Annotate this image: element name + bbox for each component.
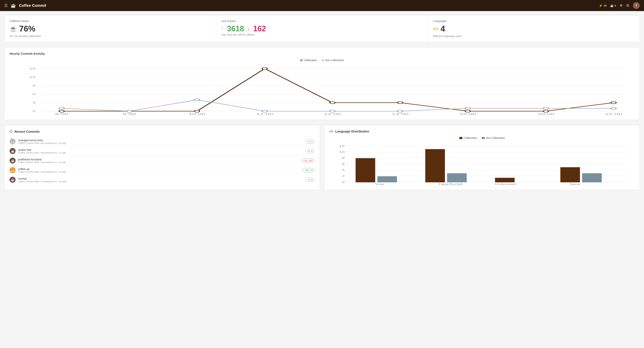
header-coffee-icon: ☕	[11, 3, 16, 8]
commit-meta-4: Coffee-Tracker-Web • thomasberrens • 1d …	[18, 180, 66, 183]
bar-ts-caff	[425, 149, 445, 182]
cup-count: 4	[614, 4, 616, 7]
languages-value-row: <> 4	[433, 24, 634, 34]
commits-icon: ⬡	[10, 130, 12, 133]
hourly-chart-container: 15 12 9 6 3 0 8:00 9:00 10:00 11:00 12:0…	[10, 64, 634, 116]
svg-text:12: 12	[29, 76, 36, 78]
cup-badge: ☕ 4	[610, 4, 616, 7]
commit-info-1: anoter test Coffee-Tracker-Web • thomasb…	[18, 148, 66, 154]
svg-text:Vue: Vue	[375, 183, 384, 186]
non-caff-dot-7	[543, 107, 548, 110]
menu-icon[interactable]: ☰	[4, 3, 8, 8]
non-caff-dot-6	[465, 107, 470, 110]
svg-text:0: 0	[32, 110, 36, 112]
line-values-row: ↑ 3618 ↓ 162	[221, 24, 422, 33]
non-caff-dot-5	[398, 110, 403, 112]
bar-ts-non-caff	[447, 173, 466, 182]
line-added: 3618	[227, 24, 244, 33]
commit-badge-1: +1 -0	[306, 149, 314, 153]
languages-value: 4	[440, 24, 445, 34]
non-caff-dot-0	[59, 107, 64, 110]
bar-vue-non-caff	[377, 176, 397, 182]
languages-label: Languages	[433, 20, 634, 22]
lang-legend-non-caff-label: Non-Caffeinated	[486, 136, 504, 140]
svg-text:Java: Java	[569, 183, 580, 186]
svg-text:3: 3	[32, 102, 36, 104]
svg-text:9: 9	[32, 84, 36, 87]
svg-text:13:00: 13:00	[392, 112, 408, 116]
non-caff-dot-4	[330, 110, 335, 112]
svg-text:11:00: 11:00	[256, 112, 273, 116]
svg-text:TypeScript: TypeScript	[438, 183, 463, 186]
caff-dot-5	[398, 102, 403, 104]
line-impact-card: Line Impact ↑ 3618 ↓ 162 Avg. lines per …	[216, 16, 428, 42]
commit-name-0: changed some texts	[18, 139, 66, 142]
commit-info-4: normal Coffee-Tracker-Web • thomasberren…	[18, 177, 66, 183]
caffeine-value-row: ☕ 76%	[10, 24, 211, 34]
settings-icon[interactable]: ⚙	[626, 3, 630, 8]
svg-text:12:00: 12:00	[324, 112, 341, 116]
lang-title-text: Language Distribution	[336, 130, 369, 133]
app-title: Coffee Commit	[19, 4, 46, 8]
commit-info-3: coffee up Coffee-Tracker-Web • thomasber…	[18, 168, 66, 173]
non-caffeinated-line	[62, 100, 614, 111]
header-right: ⚡ 26 ☕ 4 ❄ ⚙ T	[599, 2, 640, 9]
commit-avatar-4: ☕	[10, 177, 16, 183]
commit-info-0: changed some texts Coffee-Tracker-Web • …	[18, 139, 66, 144]
caff-dot-0	[59, 110, 64, 112]
commit-avatar-3: ☕	[10, 167, 16, 173]
lang-legend: Caffeinated Non-Caffeinated	[330, 136, 634, 140]
commits-title: ⬡ Recent Commits	[10, 130, 314, 133]
lang-legend-caffeinated: Caffeinated	[459, 136, 476, 140]
commit-left-3: ☕ coffee up Coffee-Tracker-Web • thomasb…	[10, 167, 66, 173]
languages-sub: Different languages used	[433, 35, 634, 38]
cup-icon: ☕	[610, 4, 614, 7]
lang-legend-caff-label: Caffeinated	[464, 136, 476, 140]
caff-dot-3	[262, 68, 267, 70]
stats-row: Caffeine Impact ☕ 76% 26 / 34 commits ca…	[4, 15, 640, 42]
snowflake-icon[interactable]: ❄	[620, 3, 623, 8]
coin-count: 26	[604, 4, 606, 7]
legend-non-caffeinated: Non-Caffeinated	[322, 59, 344, 62]
svg-text:6: 6	[342, 162, 345, 165]
svg-text:10:00: 10:00	[188, 112, 205, 116]
line-label: Line Impact	[221, 20, 422, 22]
lang-legend-non-caffeinated: Non-Caffeinated	[482, 136, 504, 140]
commit-name-3: coffee up	[18, 168, 66, 170]
commit-badge-0: +1 -1	[306, 139, 314, 144]
commit-row-1: ☕ anoter test Coffee-Tracker-Web • thoma…	[10, 146, 314, 156]
commit-name-1: anoter test	[18, 148, 66, 152]
svg-text:20:00: 20:00	[538, 112, 554, 116]
commit-row-4: ☕ normal Coffee-Tracker-Web • thomasberr…	[10, 175, 314, 184]
commit-name-2: published functions	[18, 158, 66, 161]
legend-caffeinated-label: Caffeinated	[304, 59, 317, 62]
bar-chart-svg: 12 10 8 6 4 2 0 Vue	[330, 143, 634, 186]
commit-left-1: ☕ anoter test Coffee-Tracker-Web • thoma…	[10, 148, 66, 154]
svg-text:9:00: 9:00	[123, 112, 136, 116]
commit-meta-0: Coffee-Tracker-Web • thomasberrens • 1d …	[18, 142, 66, 144]
svg-text:8:00: 8:00	[55, 112, 68, 116]
line-added-icon: ↑	[221, 26, 224, 32]
user-avatar[interactable]: T	[633, 2, 640, 9]
header-left: ☰ ☕ Coffee Commit	[4, 3, 46, 8]
line-removed: 162	[253, 24, 266, 33]
caffeine-cup-icon: ☕	[10, 25, 17, 32]
hourly-chart-section: Hourly Commit Activity Caffeinated Non-C…	[4, 47, 640, 120]
svg-text:8: 8	[342, 156, 345, 159]
commit-left-0: ☕ changed some texts Coffee-Tracker-Web …	[10, 138, 66, 144]
language-distribution-section: <> Language Distribution Caffeinated Non…	[324, 125, 640, 190]
bottom-row: ⬡ Recent Commits ☕ changed some texts Co…	[4, 125, 640, 190]
commit-avatar-2: ☕	[10, 158, 16, 164]
commit-meta-1: Coffee-Tracker-Web • thomasberrens • 1d …	[18, 152, 66, 154]
bar-vue-caff	[356, 158, 375, 182]
svg-text:12: 12	[339, 144, 344, 148]
caff-dot-7	[543, 110, 548, 112]
svg-text:21:00: 21:00	[605, 112, 622, 116]
caff-dot-4	[330, 102, 335, 104]
svg-text:0: 0	[342, 181, 345, 184]
bar-java-non-caff	[582, 173, 602, 182]
commit-badge-3: +58 -13	[302, 168, 314, 172]
commit-info-2: published functions Coffee-Tracker-Web •…	[18, 158, 66, 164]
non-caff-dot-1	[127, 110, 132, 112]
bar-java-caff	[560, 167, 580, 182]
